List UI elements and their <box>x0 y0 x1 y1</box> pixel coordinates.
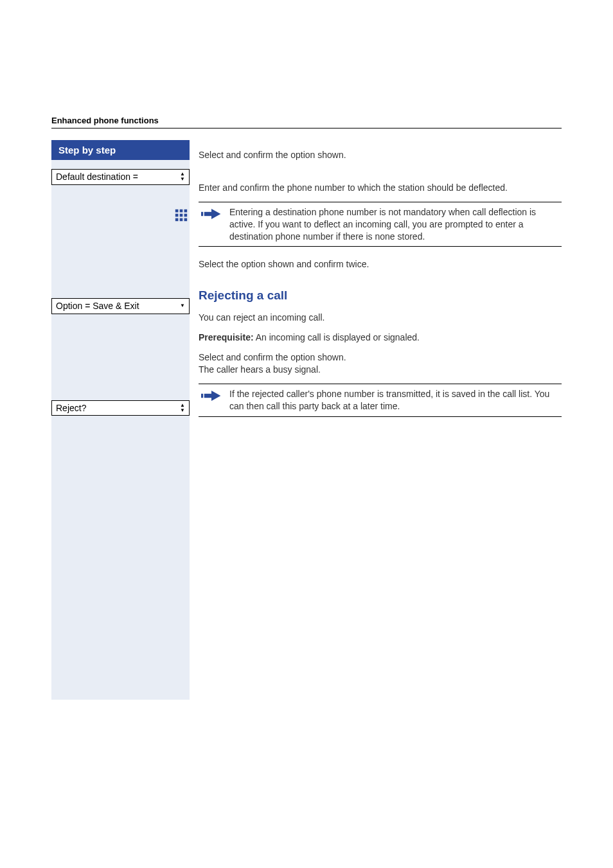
updown-arrows-icon <box>180 403 185 413</box>
svg-rect-9 <box>201 212 203 216</box>
down-arrow-icon <box>180 303 185 308</box>
page-header: Enhanced phone functions <box>51 116 562 125</box>
display-option-save-exit: Option = Save & Exit <box>51 298 190 314</box>
svg-rect-1 <box>180 209 183 213</box>
note-arrow-icon <box>201 388 222 412</box>
section-heading: Rejecting a call <box>199 288 562 303</box>
svg-rect-2 <box>184 209 188 213</box>
instruction-text: Enter and confirm the phone number to wh… <box>199 182 562 194</box>
prerequisite-label: Prerequisite: <box>199 332 254 342</box>
header-divider <box>51 128 562 128</box>
svg-rect-5 <box>184 214 188 217</box>
display-label: Option = Save & Exit <box>56 301 139 312</box>
display-option-reject: Reject? <box>51 400 190 416</box>
svg-rect-4 <box>180 214 183 217</box>
body-text: You can reject an incoming call. <box>199 312 562 324</box>
instruction-text: The caller hears a busy signal. <box>199 364 562 376</box>
content-column: Select and confirm the option shown. Ent… <box>199 140 562 700</box>
note-text: Entering a destination phone number is n… <box>229 206 559 243</box>
svg-rect-13 <box>204 394 211 398</box>
body-text: Prerequisite: An incoming call is displa… <box>199 332 562 344</box>
svg-rect-3 <box>175 214 179 217</box>
display-option-default-destination: Default destination = <box>51 169 190 185</box>
svg-rect-6 <box>175 218 179 221</box>
updown-arrows-icon <box>180 172 185 182</box>
svg-rect-8 <box>184 218 188 221</box>
note-box: If the rejected caller's phone number is… <box>199 384 562 417</box>
display-label: Reject? <box>56 403 86 414</box>
note-arrow-icon <box>201 206 222 243</box>
keypad-icon <box>174 208 188 222</box>
step-by-step-header: Step by step <box>51 140 190 160</box>
note-box: Entering a destination phone number is n… <box>199 202 562 247</box>
instruction-text: Select and confirm the option shown. <box>199 351 562 364</box>
svg-rect-12 <box>201 394 203 398</box>
svg-rect-10 <box>204 212 211 216</box>
instruction-text: Select the option shown and confirm twic… <box>199 258 562 270</box>
note-text: If the rejected caller's phone number is… <box>229 388 559 412</box>
svg-rect-0 <box>175 209 179 213</box>
svg-rect-7 <box>180 218 183 221</box>
instruction-text: Select and confirm the option shown. <box>199 149 562 161</box>
left-column: Step by step Default destination = <box>51 140 190 700</box>
svg-marker-14 <box>211 391 220 401</box>
prerequisite-text: An incoming call is displayed or signale… <box>254 332 420 342</box>
display-label: Default destination = <box>56 172 138 182</box>
svg-marker-11 <box>211 209 220 219</box>
